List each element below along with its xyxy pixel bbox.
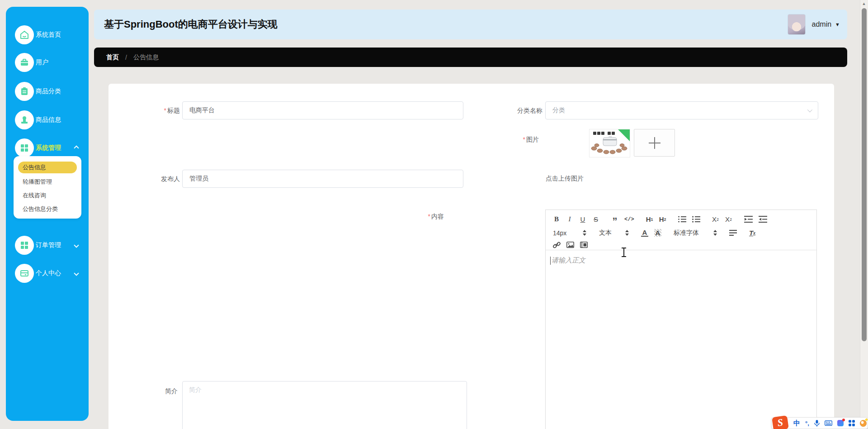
heading1-button[interactable]: H1 [646, 215, 653, 223]
category-select[interactable]: 分类 [545, 101, 818, 119]
sidebar-item-personal-center[interactable]: 个人中心 [6, 263, 89, 283]
user-menu[interactable]: admin ▼ [788, 14, 840, 35]
ime-language-toggle[interactable]: 中 [793, 419, 800, 428]
required-asterisk: * [523, 136, 525, 143]
grid-icon [15, 236, 34, 255]
plus-icon [654, 137, 655, 149]
uploaded-image-thumbnail[interactable] [589, 129, 630, 157]
submenu-item-online-consult[interactable]: 在线咨询 [23, 191, 46, 200]
ordered-list-icon[interactable] [678, 216, 686, 223]
user-dropdown-caret-icon[interactable]: ▼ [835, 22, 840, 27]
submenu-item-label: 公告信息 [23, 163, 46, 172]
sogou-logo-icon[interactable]: S [772, 415, 789, 429]
breadcrumb: 首页 / 公告信息 [94, 48, 847, 67]
submenu-item-announcement-category[interactable]: 公告信息分类 [23, 205, 58, 213]
publisher-input[interactable] [182, 170, 463, 188]
spinner-arrows-icon [625, 230, 629, 236]
font-size-select[interactable]: 14px [553, 229, 586, 237]
heading2-button[interactable]: H2 [659, 215, 666, 223]
sidebar-item-system-mgmt[interactable]: 系统管理 [6, 138, 89, 158]
sidebar-item-label: 商品分类 [36, 87, 61, 95]
editor-body[interactable]: 请输入正文 [546, 251, 816, 429]
sidebar-item-product-category[interactable]: 商品分类 [6, 81, 89, 101]
screen: 系统首页 用户 商品分类 商品信息 系统管理 [0, 0, 868, 429]
spinner-arrows-icon [583, 230, 586, 236]
font-family-select[interactable]: 标准字体 [674, 229, 717, 237]
sidebar-item-label: 商品信息 [36, 116, 61, 124]
username: admin [812, 20, 832, 29]
upload-hint: 点击上传图片 [546, 175, 584, 183]
bold-button[interactable]: B [553, 215, 560, 223]
user-icon [15, 110, 34, 129]
sidebar-item-label: 订单管理 [36, 241, 61, 249]
strikethrough-button[interactable]: S [592, 215, 599, 223]
editor-toolbar: B I U S ” </> H1 H2 X2 X2 [546, 210, 816, 250]
sidebar-item-order-mgmt[interactable]: 订单管理 [6, 235, 89, 255]
submenu-item-carousel[interactable]: 轮播图管理 [23, 178, 52, 186]
underline-button[interactable]: U [579, 215, 586, 223]
wallet-icon [15, 264, 34, 283]
image-icon[interactable] [566, 242, 574, 248]
superscript-button[interactable]: X2 [725, 215, 732, 223]
category-select-value: 分类 [552, 106, 565, 114]
microphone-icon[interactable] [814, 420, 820, 427]
rich-text-editor: B I U S ” </> H1 H2 X2 X2 [545, 210, 817, 429]
image-label: *图片 [480, 135, 539, 144]
intro-textarea[interactable] [182, 381, 467, 429]
scrollbar-thumb[interactable] [862, 8, 867, 341]
align-icon[interactable] [729, 230, 737, 236]
font-color-button[interactable]: A [641, 229, 648, 237]
link-icon[interactable] [553, 242, 561, 248]
italic-button[interactable]: I [566, 215, 573, 223]
sidebar: 系统首页 用户 商品分类 商品信息 系统管理 [6, 7, 89, 421]
code-button[interactable]: </> [624, 216, 634, 223]
clipboard-icon [15, 82, 34, 101]
editor-placeholder: 请输入正文 [552, 256, 585, 264]
page-title: 基于SpringBoot的电商平台设计与实现 [104, 18, 278, 31]
intro-label: 简介 [119, 386, 178, 396]
required-asterisk: * [164, 107, 166, 114]
content-label: *内容 [385, 212, 444, 221]
text-caret [550, 257, 551, 265]
sidebar-submenu: 公告信息 轮播图管理 在线咨询 公告信息分类 [14, 156, 81, 219]
unordered-list-icon[interactable] [692, 216, 700, 223]
chevron-down-icon [74, 271, 79, 276]
upload-image-button[interactable] [634, 129, 675, 157]
keyboard-icon[interactable] [825, 420, 832, 426]
publisher-label: 发布人 [121, 174, 180, 183]
chevron-up-icon [74, 145, 79, 150]
breadcrumb-separator: / [125, 54, 127, 61]
ime-toolbar: S 中 °, [771, 417, 868, 429]
breadcrumb-home[interactable]: 首页 [106, 53, 119, 62]
ime-skin-icon[interactable] [837, 420, 844, 426]
avatar[interactable] [788, 14, 806, 35]
form-card: *标题 分类名称 分类 *图片 [108, 84, 834, 429]
spinner-arrows-icon [713, 230, 717, 236]
header: 基于SpringBoot的电商平台设计与实现 admin ▼ [94, 10, 847, 39]
ime-toolbox-icon[interactable] [849, 420, 855, 426]
chevron-down-icon [807, 107, 812, 112]
scrollbar-up-arrow[interactable]: ▲ [861, 1, 867, 6]
submenu-item-announcement[interactable]: 公告信息 [18, 162, 77, 173]
bg-color-button[interactable]: A [654, 229, 661, 237]
sidebar-item-label: 系统管理 [36, 144, 61, 152]
ime-punctuation-toggle[interactable]: °, [805, 420, 809, 427]
outdent-icon[interactable] [744, 216, 753, 223]
text-type-select[interactable]: 文本 [599, 229, 629, 237]
grid-icon [15, 138, 34, 157]
chevron-down-icon [74, 243, 79, 248]
blockquote-button[interactable]: ” [611, 215, 618, 224]
indent-icon[interactable] [759, 216, 767, 223]
video-icon[interactable] [580, 242, 588, 248]
sidebar-item-users[interactable]: 用户 [6, 52, 89, 72]
subscript-button[interactable]: X2 [712, 215, 719, 223]
sidebar-item-product-info[interactable]: 商品信息 [6, 110, 89, 130]
required-asterisk: * [428, 213, 430, 220]
title-input[interactable] [182, 101, 463, 119]
clear-format-button[interactable]: Tx [749, 229, 756, 237]
breadcrumb-current: 公告信息 [133, 53, 159, 62]
sidebar-item-home[interactable]: 系统首页 [6, 25, 89, 45]
category-label: 分类名称 [484, 106, 542, 115]
ime-emoji-icon[interactable] [860, 420, 867, 427]
corner-ribbon [618, 129, 630, 141]
